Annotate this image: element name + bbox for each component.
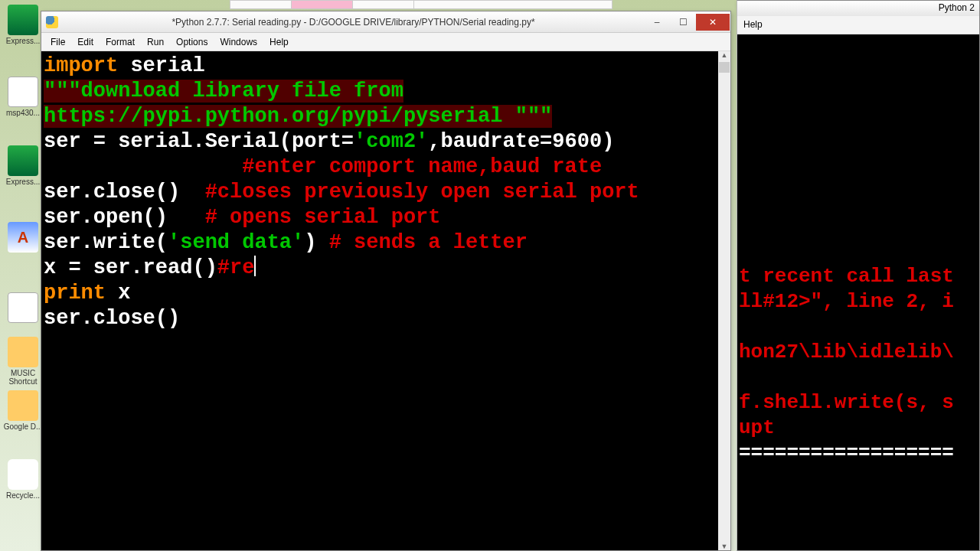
desktop-icon-recyclebin[interactable]: Recycle... xyxy=(3,459,43,500)
maximize-button[interactable] xyxy=(670,14,696,31)
code-content[interactable]: import serial """download library file f… xyxy=(41,51,730,334)
desktop-icon-music[interactable]: MUSIC Shortcut xyxy=(3,337,43,386)
background-browser-tabs xyxy=(230,0,612,9)
idle-editor-window: *Python 2.7.7: Serial reading.py - D:/GO… xyxy=(41,11,731,551)
desktop-icon-expresssch[interactable]: Express... xyxy=(3,145,43,186)
desktop-icon-expresspcb[interactable]: Express... xyxy=(3,5,43,45)
shell-menubar[interactable]: Help xyxy=(737,16,979,34)
code-editor[interactable]: import serial """download library file f… xyxy=(41,51,730,550)
close-button[interactable] xyxy=(696,14,730,31)
desktop-icon-msp430[interactable]: msp430... xyxy=(3,77,43,117)
menu-edit[interactable]: Edit xyxy=(71,35,100,49)
text-cursor xyxy=(254,256,256,276)
desktop-icon-file[interactable] xyxy=(3,292,43,324)
minimize-button[interactable] xyxy=(644,14,670,31)
menu-help[interactable]: Help xyxy=(263,35,295,49)
menu-options[interactable]: Options xyxy=(170,35,214,49)
shell-titlebar[interactable]: Python 2 xyxy=(737,1,979,16)
python-icon xyxy=(46,16,58,28)
desktop-icon-googledrive[interactable]: Google D... xyxy=(3,390,43,431)
scrollbar-thumb[interactable] xyxy=(719,62,730,73)
shell-output[interactable]: t recent call last ll#12>", line 2, i ho… xyxy=(737,34,979,550)
window-title: *Python 2.7.7: Serial reading.py - D:/GO… xyxy=(63,17,644,28)
menubar: File Edit Format Run Options Windows Hel… xyxy=(41,33,730,51)
python-shell-window: Python 2 Help t recent call last ll#12>"… xyxy=(737,0,980,551)
menu-file[interactable]: File xyxy=(44,35,71,49)
menu-format[interactable]: Format xyxy=(100,35,141,49)
titlebar[interactable]: *Python 2.7.7: Serial reading.py - D:/GO… xyxy=(41,11,730,33)
desktop-icon-document[interactable]: A xyxy=(3,222,43,254)
menu-windows[interactable]: Windows xyxy=(214,35,263,49)
menu-run[interactable]: Run xyxy=(141,35,170,49)
vertical-scrollbar[interactable] xyxy=(718,51,730,550)
